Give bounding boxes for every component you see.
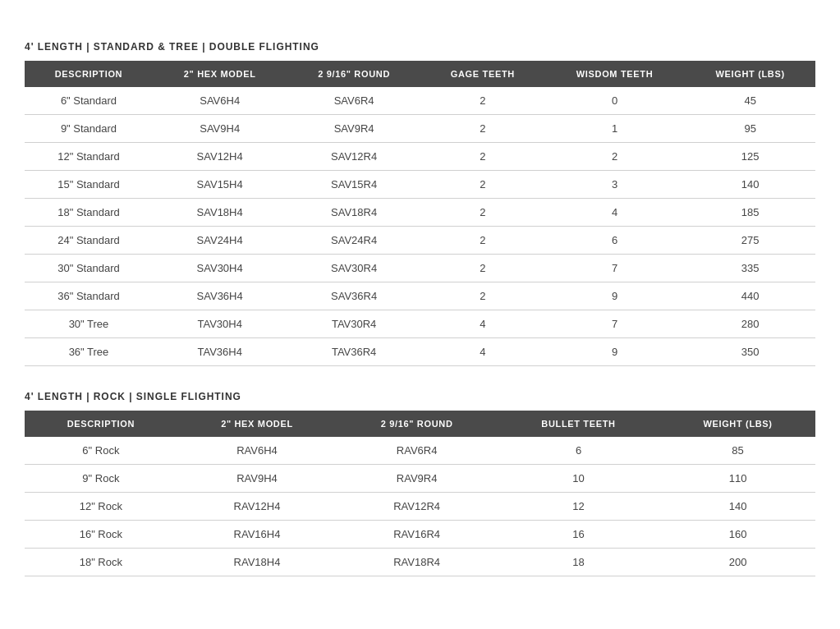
table-row: 30" StandardSAV30H4SAV30R427335 [25, 255, 815, 282]
column-header: 2" HEX MODEL [177, 411, 337, 437]
table-cell: SAV24H4 [153, 227, 287, 255]
table-cell: SAV15H4 [153, 171, 287, 199]
table-cell: 7 [544, 255, 686, 282]
table-cell: 18" Rock [25, 549, 177, 576]
table-cell: 110 [660, 465, 815, 493]
table-cell: SAV30R4 [287, 255, 421, 282]
table-cell: 0 [544, 87, 686, 115]
column-header: 2 9/16" ROUND [337, 411, 497, 437]
table-cell: TAV30R4 [287, 310, 421, 338]
table-cell: TAV36R4 [287, 338, 421, 366]
table-cell: 160 [660, 521, 815, 549]
table-cell: 30" Standard [25, 255, 153, 282]
table-cell: 140 [660, 493, 815, 521]
table-cell: 95 [685, 115, 815, 143]
table-cell: 2 [421, 171, 544, 199]
section1-title: 4' LENGTH | STANDARD & TREE | DOUBLE FLI… [25, 41, 815, 53]
table-cell: 16 [497, 521, 660, 549]
table-cell: 12" Standard [25, 143, 153, 171]
section2-header-row: DESCRIPTION2" HEX MODEL2 9/16" ROUNDBULL… [25, 411, 815, 437]
table-row: 6" StandardSAV6H4SAV6R42045 [25, 87, 815, 115]
table-cell: SAV6H4 [153, 87, 287, 115]
table-cell: 16" Rock [25, 521, 177, 549]
table-row: 16" RockRAV16H4RAV16R416160 [25, 521, 815, 549]
table-cell: 9" Standard [25, 115, 153, 143]
table-cell: 140 [685, 171, 815, 199]
table-cell: 185 [685, 199, 815, 227]
table-cell: 6" Standard [25, 87, 153, 115]
table-row: 18" StandardSAV18H4SAV18R424185 [25, 199, 815, 227]
table-cell: 4 [544, 199, 686, 227]
table-cell: 9" Rock [25, 465, 177, 493]
table-cell: RAV18H4 [177, 549, 337, 576]
column-header: WISDOM TEETH [544, 61, 686, 87]
section2-table: DESCRIPTION2" HEX MODEL2 9/16" ROUNDBULL… [25, 411, 815, 576]
table-cell: 2 [421, 255, 544, 282]
table-cell: 2 [544, 143, 686, 171]
table-cell: 2 [421, 199, 544, 227]
column-header: DESCRIPTION [25, 411, 177, 437]
section1-table: DESCRIPTION2" HEX MODEL2 9/16" ROUNDGAGE… [25, 61, 815, 366]
table-cell: SAV18R4 [287, 199, 421, 227]
table-row: 12" RockRAV12H4RAV12R412140 [25, 493, 815, 521]
table-cell: RAV12R4 [337, 493, 497, 521]
table-cell: 6 [544, 227, 686, 255]
table-cell: 15" Standard [25, 171, 153, 199]
table-cell: 24" Standard [25, 227, 153, 255]
table-cell: 440 [685, 282, 815, 310]
table-cell: 1 [544, 115, 686, 143]
table-cell: RAV16R4 [337, 521, 497, 549]
table-cell: 9 [544, 338, 686, 366]
table-cell: 335 [685, 255, 815, 282]
table-cell: 9 [544, 282, 686, 310]
table-cell: 200 [660, 549, 815, 576]
column-header: WEIGHT (LBS) [685, 61, 815, 87]
table-cell: SAV24R4 [287, 227, 421, 255]
table-cell: 6" Rock [25, 437, 177, 465]
table-cell: 12" Rock [25, 493, 177, 521]
table-cell: 275 [685, 227, 815, 255]
table-cell: SAV30H4 [153, 255, 287, 282]
table-row: 9" RockRAV9H4RAV9R410110 [25, 465, 815, 493]
table-cell: 6 [497, 437, 660, 465]
table-cell: 2 [421, 143, 544, 171]
table-cell: SAV15R4 [287, 171, 421, 199]
column-header: DESCRIPTION [25, 61, 153, 87]
table-cell: 2 [421, 87, 544, 115]
table-cell: 36" Standard [25, 282, 153, 310]
table-cell: SAV12R4 [287, 143, 421, 171]
table-cell: 18 [497, 549, 660, 576]
table-cell: 2 [421, 115, 544, 143]
table-cell: 4 [421, 310, 544, 338]
table-cell: TAV30H4 [153, 310, 287, 338]
table-row: 9" StandardSAV9H4SAV9R42195 [25, 115, 815, 143]
table-cell: SAV36H4 [153, 282, 287, 310]
table-cell: 36" Tree [25, 338, 153, 366]
table-cell: 3 [544, 171, 686, 199]
table-cell: RAV6H4 [177, 437, 337, 465]
table-cell: 280 [685, 310, 815, 338]
table-cell: RAV6R4 [337, 437, 497, 465]
column-header: GAGE TEETH [421, 61, 544, 87]
table-row: 15" StandardSAV15H4SAV15R423140 [25, 171, 815, 199]
table-cell: 12 [497, 493, 660, 521]
table-cell: RAV18R4 [337, 549, 497, 576]
table-cell: TAV36H4 [153, 338, 287, 366]
table-row: 36" StandardSAV36H4SAV36R429440 [25, 282, 815, 310]
table-cell: SAV12H4 [153, 143, 287, 171]
table-cell: SAV6R4 [287, 87, 421, 115]
table-cell: RAV12H4 [177, 493, 337, 521]
table-cell: 85 [660, 437, 815, 465]
table-row: 6" RockRAV6H4RAV6R4685 [25, 437, 815, 465]
table-cell: 10 [497, 465, 660, 493]
table-cell: 2 [421, 227, 544, 255]
table-cell: RAV9H4 [177, 465, 337, 493]
table-row: 12" StandardSAV12H4SAV12R422125 [25, 143, 815, 171]
table-cell: 30" Tree [25, 310, 153, 338]
table-cell: 350 [685, 338, 815, 366]
table-cell: RAV16H4 [177, 521, 337, 549]
table-cell: 45 [685, 87, 815, 115]
table-cell: RAV9R4 [337, 465, 497, 493]
table-cell: 18" Standard [25, 199, 153, 227]
table-cell: 2 [421, 282, 544, 310]
